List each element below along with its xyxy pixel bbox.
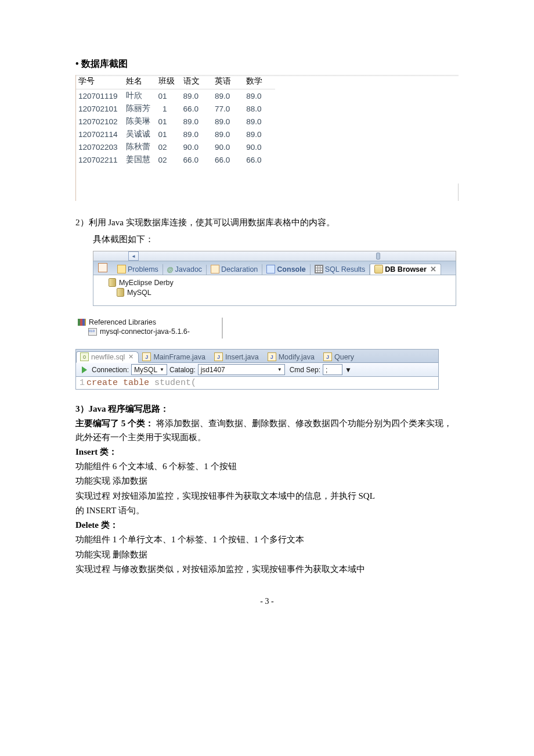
tree-item-mysql[interactable]: MySQL bbox=[117, 287, 456, 297]
connection-combo[interactable]: MySQL▼ bbox=[131, 364, 167, 375]
line-number: 1 bbox=[80, 378, 85, 388]
java-file-icon: J bbox=[214, 352, 223, 361]
col-chinese: 语文 bbox=[181, 75, 212, 89]
editor-tab-strip: 0newfile.sql✕ JMainFrame.java JInsert.ja… bbox=[75, 349, 439, 363]
delete-line: 功能实现 删除数据 bbox=[75, 548, 459, 561]
tab-insert[interactable]: JInsert.java bbox=[211, 352, 264, 362]
section-3-lead-bold: 主要编写了 5 个类： bbox=[75, 419, 154, 428]
table-row: 120702101陈丽芳166.077.088.0 bbox=[76, 102, 275, 115]
delete-line: 实现过程 与修改数据类似，对按钮添加监控，实现按钮事件为获取文本域中 bbox=[75, 563, 459, 576]
table-row: 120702114吴诚诚0189.089.089.0 bbox=[76, 128, 275, 141]
view-menu-icon[interactable] bbox=[98, 263, 107, 272]
at-icon: @ bbox=[167, 266, 174, 273]
delete-line: 功能组件 1 个单行文本、1 个标签、1 个按钮、1 个多行文本 bbox=[75, 533, 459, 546]
tab-db-browser[interactable]: DB Browser✕ bbox=[370, 264, 441, 275]
run-icon[interactable] bbox=[82, 366, 87, 373]
tab-query[interactable]: JQuery bbox=[320, 352, 359, 362]
heading-section-2: 2）利用 Java 实现数据库连接，使其可以调用数据库表格中的内容。 bbox=[75, 217, 459, 228]
heading-delete-class: Delete 类： bbox=[75, 519, 459, 532]
section-3: 3）Java 程序编写思路： 主要编写了 5 个类： 将添加数据、查询数据、删除… bbox=[75, 402, 459, 576]
java-file-icon: J bbox=[268, 352, 276, 361]
chevron-down-icon: ▼ bbox=[277, 367, 282, 372]
db-table-screenshot: 学号 姓名 班级 语文 英语 数学 120701119叶欣0189.089.08… bbox=[75, 75, 459, 201]
cmdsep-label: Cmd Sep: bbox=[290, 366, 320, 374]
library-icon bbox=[78, 319, 86, 326]
heading-insert-class: Insert 类： bbox=[75, 445, 459, 459]
tab-problems[interactable]: Problems bbox=[113, 264, 163, 275]
view-tab-strip: Problems @Javadoc Declaration Console SQ… bbox=[93, 261, 456, 275]
java-file-icon: J bbox=[323, 352, 332, 361]
grid-icon bbox=[315, 265, 323, 273]
tab-newfile-sql[interactable]: 0newfile.sql✕ bbox=[76, 351, 139, 363]
student-table: 学号 姓名 班级 语文 英语 数学 120701119叶欣0189.089.08… bbox=[76, 75, 275, 166]
close-icon[interactable]: ✕ bbox=[128, 353, 134, 361]
database-icon bbox=[109, 278, 116, 287]
col-name: 姓名 bbox=[124, 75, 156, 89]
table-row: 120702102陈美琳0189.089.089.0 bbox=[76, 115, 275, 128]
table-row: 120702211姜国慧0266.066.066.0 bbox=[76, 153, 275, 166]
sql-toolbar: Connection: MySQL▼ Catalog: jsd1407▼ Cmd… bbox=[75, 363, 439, 377]
jar-icon bbox=[88, 328, 97, 336]
insert-line: 功能实现 添加数据 bbox=[75, 474, 459, 488]
warning-icon bbox=[117, 265, 126, 273]
tab-sql-results[interactable]: SQL Results bbox=[311, 264, 370, 275]
heading-section-3: 3）Java 程序编写思路： bbox=[75, 404, 169, 413]
jar-node[interactable]: mysql-connector-java-5.1.6- bbox=[86, 327, 222, 336]
referenced-libraries-panel: Referenced Libraries mysql-connector-jav… bbox=[75, 318, 223, 339]
eclipse-views-panel: ◄ Problems @Javadoc Declaration Console … bbox=[93, 251, 456, 306]
insert-line: 功能组件 6 个文本域、6 个标签、1 个按钮 bbox=[75, 460, 459, 473]
tab-javadoc[interactable]: @Javadoc bbox=[163, 265, 207, 275]
cmdsep-combo[interactable]: ; bbox=[323, 364, 342, 375]
table-row: 120702203陈秋蕾0290.090.090.0 bbox=[76, 141, 275, 153]
tab-console[interactable]: Console bbox=[262, 264, 310, 275]
catalog-combo[interactable]: jsd1407▼ bbox=[198, 364, 285, 375]
horizontal-scrollbar[interactable]: ◄ bbox=[93, 251, 456, 261]
col-class: 班级 bbox=[156, 75, 181, 89]
heading-db-screenshot: • 数据库截图 bbox=[75, 58, 459, 70]
tab-mainframe[interactable]: JMainFrame.java bbox=[139, 352, 211, 362]
db-browser-tree: MyEclipse Derby MySQL bbox=[93, 275, 456, 306]
sql-editor-line[interactable]: 1create table student( bbox=[75, 377, 439, 390]
editor-panel: 0newfile.sql✕ JMainFrame.java JInsert.ja… bbox=[75, 349, 439, 390]
text-screenshot-below: 具体截图如下： bbox=[93, 234, 459, 245]
referenced-libraries-node[interactable]: Referenced Libraries bbox=[75, 318, 222, 327]
java-file-icon: J bbox=[142, 352, 151, 361]
database-icon bbox=[117, 288, 124, 297]
col-math: 数学 bbox=[244, 75, 275, 89]
document-page: • 数据库截图 学号 姓名 班级 语文 英语 数学 120701119叶欣018… bbox=[0, 0, 534, 629]
catalog-label: Catalog: bbox=[169, 366, 196, 374]
close-icon[interactable]: ✕ bbox=[430, 265, 436, 273]
database-icon bbox=[374, 265, 383, 273]
console-icon bbox=[266, 265, 275, 273]
table-header-row: 学号 姓名 班级 语文 英语 数学 bbox=[76, 75, 275, 89]
insert-line: 的 INSERT 语句。 bbox=[75, 504, 459, 517]
col-id: 学号 bbox=[76, 75, 124, 89]
scroll-left-button[interactable]: ◄ bbox=[128, 251, 139, 261]
col-english: 英语 bbox=[212, 75, 244, 89]
connection-label: Connection: bbox=[92, 366, 129, 374]
chevron-down-icon[interactable]: ▼ bbox=[345, 366, 352, 374]
declaration-icon bbox=[211, 265, 219, 273]
table-row: 120701119叶欣0189.089.089.0 bbox=[76, 89, 275, 103]
chevron-down-icon: ▼ bbox=[160, 367, 164, 372]
page-number: - 3 - bbox=[75, 597, 459, 606]
sql-file-icon: 0 bbox=[80, 352, 89, 361]
tab-declaration[interactable]: Declaration bbox=[207, 264, 262, 275]
tab-modify[interactable]: JModify.java bbox=[264, 352, 320, 362]
insert-line: 实现过程 对按钮添加监控，实现按钮事件为获取文本域中的信息，并执行 SQL bbox=[75, 489, 459, 503]
tree-item-derby[interactable]: MyEclipse Derby bbox=[109, 278, 456, 287]
scroll-grip-icon[interactable] bbox=[376, 253, 380, 260]
